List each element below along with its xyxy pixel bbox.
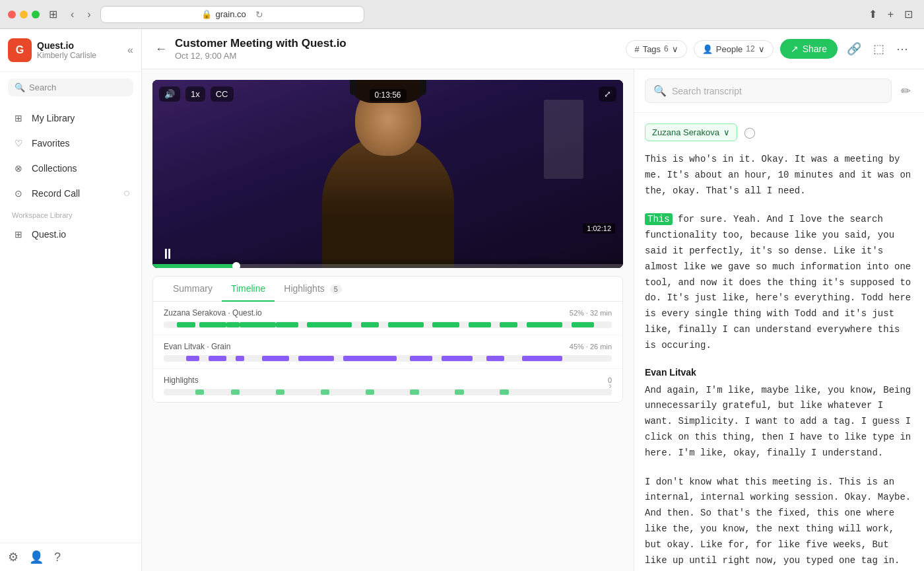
user-name: Kimberly Carlisle — [37, 51, 96, 60]
tab-summary[interactable]: Summary — [164, 277, 222, 302]
sidebar-item-label: Quest.io — [32, 229, 66, 240]
video-player: 🔊 1x CC ⤢ 0:13:56 1:02:12 ⏸ — [152, 80, 623, 268]
share-icon: ↗ — [791, 44, 799, 54]
company-name: Quest.io — [37, 40, 96, 51]
sidebar-item-my-library[interactable]: ⊞ My Library — [5, 106, 136, 131]
hashtag-icon: # — [634, 44, 639, 54]
sidebar: G Quest.io Kimberly Carlisle « 🔍 Search … — [0, 29, 142, 571]
chevron-down-icon: ∨ — [758, 44, 765, 54]
window-controls — [8, 11, 40, 18]
people-btn[interactable]: 👤 People 12 ∨ — [694, 40, 774, 58]
new-tab-btn[interactable]: + — [884, 7, 897, 22]
chevron-down-icon: ∨ — [672, 44, 678, 54]
lock-icon: 🔒 — [201, 9, 212, 19]
heart-icon: ♡ — [12, 137, 25, 150]
questio-icon: ⊞ — [12, 228, 25, 241]
app-container: G Quest.io Kimberly Carlisle « 🔍 Search … — [0, 29, 924, 571]
transcript-block-1: This is who's in it. Okay. It was a meet… — [645, 152, 913, 199]
speed-btn[interactable]: 1x — [185, 86, 205, 102]
highlights-label: Highlights — [284, 283, 324, 294]
share-btn[interactable]: ↗ Share — [780, 39, 838, 59]
close-dot[interactable] — [8, 11, 16, 18]
users-btn[interactable]: 👤 — [29, 550, 44, 564]
sidebar-toggle-btn[interactable]: ⊞ — [45, 7, 61, 22]
sidebar-item-collections[interactable]: ⊗ Collections — [5, 156, 136, 181]
tab-bar: Summary Timeline Highlights 5 — [153, 277, 622, 302]
transcript-text-2: This for sure. Yeah. And I love the sear… — [645, 212, 913, 353]
url-text: grain.co — [216, 9, 246, 19]
transcript-search-input[interactable] — [672, 86, 883, 96]
timeline-bar-evan[interactable] — [164, 355, 612, 362]
sidebar-item-label: Favorites — [32, 138, 70, 149]
timeline-row-highlights: Highlights 0 — [153, 369, 622, 402]
link-btn[interactable]: 🔗 — [844, 39, 864, 59]
timeline-label-evan: Evan Litvak · Grain 45% · 26 min — [164, 342, 612, 351]
sidebar-item-questio[interactable]: ⊞ Quest.io — [5, 222, 136, 247]
layers-icon: ⊗ — [12, 162, 25, 175]
pause-btn[interactable]: ⏸ — [160, 246, 175, 263]
sidebar-search-box[interactable]: 🔍 Search — [8, 79, 133, 96]
highlights-row-name: Highlights — [164, 376, 199, 385]
layers-btn[interactable]: ⬚ — [871, 39, 887, 59]
back-navigation-btn[interactable]: ← — [155, 42, 167, 56]
person-icon: 👤 — [702, 44, 713, 54]
edit-speaker-btn[interactable]: ◯ — [744, 126, 756, 139]
tags-btn[interactable]: # Tags 6 ∨ — [626, 40, 686, 58]
tags-count: 6 — [664, 44, 669, 53]
progress-thumb — [232, 262, 240, 268]
transcript-text-4: I don't know what this meeting is. This … — [645, 475, 913, 571]
highlight-word: This — [645, 213, 673, 225]
minimize-dot[interactable] — [20, 11, 28, 18]
audio-btn[interactable]: 🔊 — [159, 86, 180, 102]
collapse-sidebar-btn[interactable]: « — [127, 44, 133, 56]
sidebar-item-record-call[interactable]: ⊙ Record Call — [5, 181, 136, 206]
forward-btn[interactable]: › — [83, 7, 94, 22]
timeline-bar-highlights[interactable] — [164, 389, 612, 395]
maximize-dot[interactable] — [32, 11, 40, 18]
browser-actions: ⬆ + ⊡ — [865, 7, 916, 22]
sidebar-item-label: Collections — [32, 163, 77, 174]
timeline-section: Zuzana Serakova · Quest.io 52% · 32 min — [153, 302, 622, 402]
chevron-down-icon: ∨ — [723, 127, 730, 137]
timeline-bar-zuzana[interactable] — [164, 321, 612, 328]
current-time-display: 0:13:56 — [369, 89, 406, 101]
brand-icon: G — [8, 38, 32, 62]
record-icon: ⊙ — [12, 187, 25, 200]
address-bar[interactable]: 🔒 grain.co ↻ — [100, 6, 364, 23]
help-btn[interactable]: ? — [54, 550, 61, 564]
back-btn[interactable]: ‹ — [67, 7, 78, 22]
record-status-dot — [124, 191, 129, 196]
transcript-search-container[interactable]: 🔍 — [645, 79, 892, 103]
speaker-filter-dropdown[interactable]: Zuzana Serakova ∨ — [645, 123, 737, 141]
brand: G Quest.io Kimberly Carlisle — [8, 38, 96, 62]
sidebar-search-area[interactable]: 🔍 Search — [0, 72, 141, 103]
transcript-body: Zuzana Serakova ∨ ◯ This is who's in it.… — [634, 113, 924, 571]
highlights-badge: 5 — [330, 285, 342, 294]
share-browser-btn[interactable]: ⬆ — [865, 7, 880, 22]
timeline-label-zuzana: Zuzana Serakova · Quest.io 52% · 32 min — [164, 308, 612, 318]
speaker-filter-name: Zuzana Serakova — [652, 127, 719, 137]
timeline-row-zuzana: Zuzana Serakova · Quest.io 52% · 32 min — [153, 302, 622, 335]
meeting-date: Oct 12, 9:00 AM — [175, 51, 618, 61]
meeting-title: Customer Meeting with Quest.io — [175, 37, 618, 50]
settings-btn[interactable]: ⚙ — [8, 550, 18, 564]
edit-transcript-btn[interactable]: ✏ — [898, 81, 913, 101]
content-area: 🔊 1x CC ⤢ 0:13:56 1:02:12 ⏸ — [142, 69, 924, 571]
timeline-expand-btn[interactable]: › — [609, 380, 612, 391]
people-count: 12 — [746, 44, 754, 53]
main-content: ← Customer Meeting with Quest.io Oct 12,… — [142, 29, 924, 571]
extensions-btn[interactable]: ⊡ — [901, 7, 916, 22]
tab-timeline[interactable]: Timeline — [222, 277, 275, 302]
search-icon: 🔍 — [15, 83, 25, 92]
sidebar-item-favorites[interactable]: ♡ Favorites — [5, 131, 136, 156]
sidebar-header: G Quest.io Kimberly Carlisle « — [0, 29, 141, 72]
video-progress-bar[interactable] — [152, 264, 623, 268]
timeline-label-highlights: Highlights 0 — [164, 376, 612, 385]
tab-highlights[interactable]: Highlights 5 — [275, 277, 351, 302]
transcript-panel: 🔍 ✏ Zuzana Serakova ∨ ◯ — [634, 69, 924, 571]
captions-btn[interactable]: CC — [211, 86, 234, 102]
more-options-btn[interactable]: ⋯ — [894, 39, 911, 59]
reload-icon[interactable]: ↻ — [255, 9, 263, 20]
sidebar-item-label: Record Call — [32, 188, 80, 199]
fullscreen-btn[interactable]: ⤢ — [599, 86, 616, 102]
